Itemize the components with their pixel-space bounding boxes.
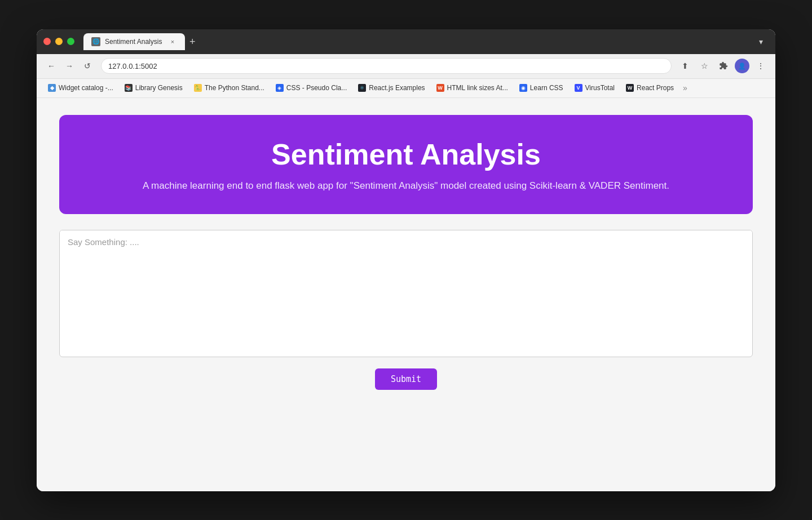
active-tab[interactable]: 🌐 Sentiment Analysis × bbox=[83, 33, 185, 50]
bookmarks-bar: ◆ Widget catalog -... 📚 Library Genesis … bbox=[37, 79, 775, 98]
share-icon[interactable]: ⬆ bbox=[677, 58, 693, 74]
tab-close-button[interactable]: × bbox=[168, 37, 177, 46]
bookmark-virustotal-label: VirusTotal bbox=[585, 84, 615, 92]
bookmark-library-genesis[interactable]: 📚 Library Genesis bbox=[120, 82, 187, 94]
bookmark-widget-catalog-label: Widget catalog -... bbox=[59, 84, 113, 92]
textarea-wrapper bbox=[59, 230, 753, 357]
toolbar-icons: ⬆ ☆ 👤 ⋮ bbox=[677, 58, 769, 74]
bookmark-css-pseudo[interactable]: ◈ CSS - Pseudo Cla... bbox=[271, 82, 351, 94]
back-button[interactable]: ← bbox=[43, 58, 59, 74]
submit-button[interactable]: Submit bbox=[375, 368, 437, 390]
bookmark-learn-css[interactable]: ◉ Learn CSS bbox=[515, 82, 568, 94]
hero-banner: Sentiment Analysis A machine learning en… bbox=[59, 115, 753, 214]
bookmark-css-pseudo-label: CSS - Pseudo Cla... bbox=[286, 84, 347, 92]
tab-favicon: 🌐 bbox=[91, 37, 100, 46]
more-bookmarks-button[interactable]: » bbox=[681, 83, 690, 92]
new-tab-button[interactable]: + bbox=[185, 33, 200, 50]
bookmark-icon[interactable]: ☆ bbox=[696, 58, 712, 74]
extensions-icon[interactable] bbox=[716, 58, 731, 74]
sentiment-input[interactable] bbox=[60, 230, 752, 354]
profile-icon[interactable]: 👤 bbox=[735, 59, 749, 73]
page-content: Sentiment Analysis A machine learning en… bbox=[37, 98, 775, 491]
more-options-icon[interactable]: ⋮ bbox=[753, 58, 769, 74]
address-input[interactable] bbox=[101, 58, 672, 74]
nav-buttons: ← → ↺ bbox=[43, 58, 95, 74]
traffic-lights bbox=[43, 38, 74, 45]
maximize-window-button[interactable] bbox=[67, 38, 74, 45]
tab-title: Sentiment Analysis bbox=[105, 38, 164, 46]
bookmark-html-link-sizes-label: HTML link sizes At... bbox=[447, 84, 508, 92]
bookmark-react-props-label: React Props bbox=[637, 84, 674, 92]
dropdown-button[interactable]: ▾ bbox=[753, 34, 769, 50]
bookmark-html-link-sizes[interactable]: W HTML link sizes At... bbox=[432, 82, 513, 94]
page-title: Sentiment Analysis bbox=[70, 137, 742, 171]
address-bar: ← → ↺ ⬆ ☆ 👤 ⋮ bbox=[37, 54, 775, 79]
bookmark-python-stand[interactable]: 🐍 The Python Stand... bbox=[189, 82, 269, 94]
bookmark-react-props[interactable]: W React Props bbox=[621, 82, 678, 94]
reload-button[interactable]: ↺ bbox=[80, 58, 95, 74]
bookmark-learn-css-label: Learn CSS bbox=[530, 84, 563, 92]
bookmark-reactjs-examples[interactable]: ⚛ React.js Examples bbox=[354, 82, 429, 94]
bookmark-widget-catalog[interactable]: ◆ Widget catalog -... bbox=[43, 82, 118, 94]
close-window-button[interactable] bbox=[43, 38, 51, 45]
bookmark-virustotal[interactable]: V VirusTotal bbox=[570, 82, 619, 94]
browser-window: 🌐 Sentiment Analysis × + ▾ ← → ↺ ⬆ ☆ 👤 ⋮… bbox=[37, 29, 775, 491]
bookmark-reactjs-examples-label: React.js Examples bbox=[369, 84, 425, 92]
submit-container: Submit bbox=[59, 368, 753, 390]
forward-button[interactable]: → bbox=[61, 58, 77, 74]
title-bar: 🌐 Sentiment Analysis × + ▾ bbox=[37, 29, 775, 54]
bookmark-python-stand-label: The Python Stand... bbox=[205, 84, 264, 92]
bookmark-library-genesis-label: Library Genesis bbox=[135, 84, 183, 92]
page-subtitle: A machine learning end to end flask web … bbox=[70, 180, 742, 192]
minimize-window-button[interactable] bbox=[55, 38, 63, 45]
